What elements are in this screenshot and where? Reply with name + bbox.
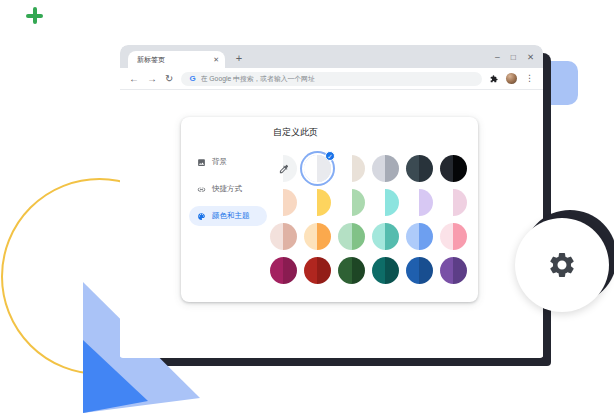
sidebar-item-label: 背景 (212, 157, 227, 167)
theme-swatch[interactable] (304, 223, 331, 250)
sidebar-item-0[interactable]: 背景 (189, 152, 267, 172)
maximize-button[interactable]: □ (511, 52, 516, 62)
link-icon (197, 180, 206, 198)
theme-swatch[interactable] (406, 189, 433, 216)
theme-swatch[interactable] (372, 189, 399, 216)
theme-swatch[interactable] (440, 257, 467, 284)
profile-avatar[interactable] (506, 73, 517, 84)
reload-icon[interactable]: ↻ (165, 74, 173, 84)
eyedropper-icon (278, 163, 289, 174)
sidebar-item-label: 颜色和主题 (212, 211, 250, 221)
settings-button[interactable] (515, 218, 609, 312)
new-tab-page: 自定义此页 背景快捷方式颜色和主题 ✓ (120, 90, 543, 357)
back-icon[interactable]: ← (129, 74, 139, 84)
theme-color-grid: ✓ (270, 155, 468, 284)
minimize-button[interactable]: – (495, 52, 500, 62)
theme-swatch[interactable] (372, 257, 399, 284)
theme-swatch[interactable]: ✓ (304, 155, 331, 182)
new-tab-button[interactable]: + (232, 52, 246, 66)
dialog-sidebar: 背景快捷方式颜色和主题 (189, 152, 267, 233)
forward-icon[interactable]: → (147, 74, 157, 84)
theme-swatch[interactable] (270, 223, 297, 250)
tab-title: 新标签页 (137, 55, 213, 65)
tab-close-icon[interactable]: ✕ (213, 56, 219, 63)
close-button[interactable]: ✕ (527, 52, 534, 62)
custom-color-swatch[interactable] (270, 155, 297, 182)
address-bar[interactable]: G 在 Google 中搜索，或者输入一个网址 (181, 72, 482, 86)
address-placeholder: 在 Google 中搜索，或者输入一个网址 (201, 74, 315, 84)
theme-swatch[interactable] (270, 189, 297, 216)
theme-swatch[interactable] (304, 189, 331, 216)
theme-swatch[interactable] (338, 223, 365, 250)
google-g-icon: G (189, 75, 195, 83)
dialog-title: 自定义此页 (273, 126, 318, 139)
theme-swatch[interactable] (338, 189, 365, 216)
sidebar-item-1[interactable]: 快捷方式 (189, 179, 267, 199)
browser-toolbar: ← → ↻ G 在 Google 中搜索，或者输入一个网址 ⋮ (120, 68, 543, 90)
image-icon (197, 153, 206, 171)
palette-icon (197, 207, 206, 225)
theme-swatch[interactable] (372, 223, 399, 250)
extensions-icon[interactable] (490, 75, 498, 83)
sidebar-item-label: 快捷方式 (212, 184, 242, 194)
customize-dialog: 自定义此页 背景快捷方式颜色和主题 ✓ (181, 117, 478, 302)
menu-dots-icon[interactable]: ⋮ (525, 74, 534, 83)
theme-swatch[interactable] (406, 257, 433, 284)
theme-swatch[interactable] (338, 257, 365, 284)
theme-swatch[interactable] (406, 223, 433, 250)
tab-strip: 新标签页 ✕ + – □ ✕ (120, 45, 543, 68)
theme-swatch[interactable] (406, 155, 433, 182)
gear-icon (547, 250, 577, 280)
theme-swatch[interactable] (440, 155, 467, 182)
sidebar-item-2[interactable]: 颜色和主题 (189, 206, 267, 226)
browser-window: 新标签页 ✕ + – □ ✕ ← → ↻ G 在 Google 中搜索，或者输入… (120, 45, 543, 358)
browser-tab[interactable]: 新标签页 ✕ (128, 51, 225, 68)
theme-swatch[interactable] (338, 155, 365, 182)
plus-shape (26, 7, 43, 24)
selected-check-badge: ✓ (325, 151, 335, 161)
theme-swatch[interactable] (270, 257, 297, 284)
theme-swatch[interactable] (372, 155, 399, 182)
theme-swatch[interactable] (304, 257, 331, 284)
theme-swatch[interactable] (440, 223, 467, 250)
theme-swatch[interactable] (440, 189, 467, 216)
